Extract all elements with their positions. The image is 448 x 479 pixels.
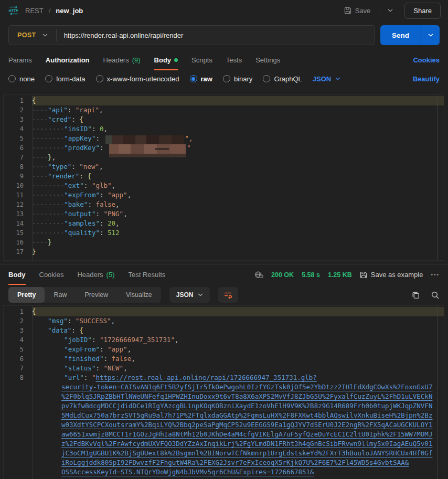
tab-body[interactable]: Body <box>154 50 178 70</box>
radio-none-label: none <box>19 75 35 83</box>
radio-urlencoded[interactable]: x-www-form-urlencoded <box>96 75 179 83</box>
response-code-lines: 1{2 "msg": "SUCCESS",3 "data": {4 "jobID… <box>4 306 444 477</box>
radio-graphql[interactable]: GraphQL <box>263 75 302 83</box>
response-url-link[interactable]: z%2FdBKvVql%2FrAwfcydmUXVFQO3DdYZzAxInqi… <box>61 440 432 448</box>
wrap-line-button[interactable] <box>218 287 238 303</box>
method-selector[interactable]: POST <box>9 26 56 45</box>
line-number: 3 <box>4 326 28 335</box>
response-tab-headers[interactable]: Headers (5) <box>77 265 114 284</box>
code-line: jC3oCM1gUGBU1K%2BjSgUUext8k%2Bsgmnl%2BIN… <box>4 449 444 458</box>
chevron-down-icon <box>335 77 340 80</box>
response-url-link[interactable]: 5MdLdCux750a7brzSVT5gRu9al7h71P%2FTqlxda… <box>61 411 432 419</box>
line-number: 17 <box>4 247 28 257</box>
response-url-link[interactable]: jC3oCM1gUGBU1K%2BjSgUUext8k%2Bsgmnl%2BIN… <box>61 449 432 457</box>
view-visualize-button[interactable]: Visualize <box>117 287 161 303</box>
code-line: aw6651xwmjz8MCCT1r1GOzJgHhIa8NtMh12b0JKh… <box>4 430 444 439</box>
tab-body-label: Body <box>154 56 172 64</box>
line-number: 13 <box>4 209 28 219</box>
response-url-link[interactable]: pv7kfwBdcgMDCCjdidDCe1RIgYAzcgBLinpKOqKO… <box>61 402 432 410</box>
line-number: 15 <box>4 228 28 238</box>
tab-headers[interactable]: Headers (9) <box>103 50 141 70</box>
response-language-label: JSON <box>176 291 194 299</box>
response-url-link[interactable]: w03XdtYSCPCXoutsramY%2BqiLYQ%2Bbq2peSaPg… <box>61 421 432 429</box>
radio-icon <box>96 75 103 82</box>
code-line: 2 "msg": "SUCCESS", <box>4 316 444 326</box>
request-code-lines: 1{2····"api": "rapi",3····"cred": {4····… <box>4 95 444 257</box>
share-button[interactable]: Share <box>404 3 441 19</box>
code-line: 3····"cred": { <box>4 115 444 124</box>
radio-binary[interactable]: binary <box>223 75 252 83</box>
code-line: 4········"insID": 0, <box>4 124 444 134</box>
line-number: 6 <box>4 143 28 153</box>
view-preview-button[interactable]: Preview <box>76 287 116 303</box>
tab-authorization[interactable]: Authorization <box>46 50 90 70</box>
request-tabs: Params Authorization Headers (9) Body Sc… <box>0 50 448 70</box>
topbar: HTTP REST / new_job Save <box>0 0 448 21</box>
tab-settings[interactable]: Settings <box>255 50 280 70</box>
breadcrumb-collection[interactable]: REST <box>25 7 44 15</box>
cookies-link[interactable]: Cookies <box>413 50 440 70</box>
redacted-value <box>109 144 186 154</box>
radio-graphql-label: GraphQL <box>274 75 302 83</box>
send-options-button[interactable] <box>421 25 440 45</box>
copy-response-button[interactable] <box>411 291 420 300</box>
search-response-button[interactable] <box>431 291 440 300</box>
save-as-example-button[interactable]: Save as example <box>360 271 423 279</box>
code-line: 7····}, <box>4 153 444 162</box>
tab-tests[interactable]: Tests <box>226 50 242 70</box>
response-url-link[interactable]: iRoLggjddk80SpI92FDwvzfF2FhgutW4Ra%2FEXG… <box>61 459 409 466</box>
code-line: 16····} <box>4 238 444 247</box>
code-line: OSSAccessKeyId=STS.NTQrYDoWjgN4bJbVMv5qr… <box>4 467 444 477</box>
body-modified-dot <box>174 58 178 62</box>
request-body-editor[interactable]: 1{2····"api": "rapi",3····"cred": {4····… <box>3 94 444 261</box>
editor-scrollbar[interactable] <box>437 95 444 260</box>
radio-none[interactable]: none <box>8 75 35 83</box>
chevron-down-icon <box>428 34 433 37</box>
response-url-link[interactable]: aw6651xwmjz8MCCT1r1GOzJgHhIa8NtMh12b0JKh… <box>61 430 432 438</box>
network-secure-icon[interactable] <box>254 271 263 279</box>
response-time[interactable]: 5.58 s <box>302 271 320 279</box>
url-input[interactable]: https://render.real-api.online/rapi/rend… <box>57 31 191 39</box>
response-tab-test-results[interactable]: Test Results <box>129 265 166 284</box>
radio-raw[interactable]: raw <box>190 75 212 83</box>
response-body-editor[interactable]: 1{2 "msg": "SUCCESS",3 "data": {4 "jobID… <box>3 305 444 479</box>
save-options-button[interactable] <box>383 6 397 15</box>
response-language-selector[interactable]: JSON <box>169 287 210 303</box>
send-button[interactable]: Send <box>380 25 421 45</box>
beautify-button[interactable]: Beautify <box>413 75 440 83</box>
line-number: 1 <box>4 96 28 105</box>
response-url-link[interactable]: https://rest.real-api.online/rapi/172666… <box>95 374 316 381</box>
view-pretty-button[interactable]: Pretty <box>8 287 45 303</box>
editor-scrollbar[interactable] <box>437 306 444 479</box>
response-tab-cookies[interactable]: Cookies <box>39 265 64 284</box>
status-badge[interactable]: 200 OK <box>271 271 294 279</box>
radio-icon <box>8 75 16 82</box>
response-url-link[interactable]: OSSAccessKeyId=STS.NTQrYDoWjgN4bJbVMv5qr… <box>61 468 314 476</box>
response-toolbar-actions <box>411 291 440 300</box>
view-raw-button[interactable]: Raw <box>45 287 76 303</box>
radio-checked-icon <box>190 75 197 82</box>
code-line: 8····"type": "new", <box>4 162 444 172</box>
save-button[interactable]: Save <box>340 4 375 18</box>
radio-form-data[interactable]: form-data <box>45 75 86 83</box>
response-tab-body[interactable]: Body <box>8 265 26 284</box>
response-url-link[interactable]: %2F0blq5JRpZBbHTlNWeUNFefq1HPWZHInuDoxx9… <box>61 392 432 400</box>
view-segmented-control: Pretty Raw Preview Visualize <box>8 287 161 303</box>
code-line: 2····"api": "rapi", <box>4 105 444 115</box>
response-size[interactable]: 1.25 KB <box>328 271 352 279</box>
code-line: 3 "data": { <box>4 326 444 335</box>
search-icon <box>431 291 440 300</box>
gutter-separator <box>32 306 33 479</box>
body-language-selector[interactable]: JSON <box>313 75 340 83</box>
breadcrumb-request-name[interactable]: new_job <box>56 7 83 15</box>
line-number: 9 <box>4 172 28 181</box>
code-line: 5MdLdCux750a7brzSVT5gRu9al7h71P%2FTqlxda… <box>4 411 444 420</box>
radio-icon <box>263 75 270 82</box>
line-number: 5 <box>4 345 28 354</box>
response-url-link[interactable]: security-token=CAISvAN1q6Ft5B2yfSjIr5fkO… <box>61 383 432 391</box>
tab-params[interactable]: Params <box>8 50 32 70</box>
code-line: 5 "expFrom": "app", <box>4 345 444 354</box>
tab-scripts[interactable]: Scripts <box>191 50 212 70</box>
more-options-button[interactable]: ••• <box>431 272 440 278</box>
save-label: Save <box>355 7 371 15</box>
